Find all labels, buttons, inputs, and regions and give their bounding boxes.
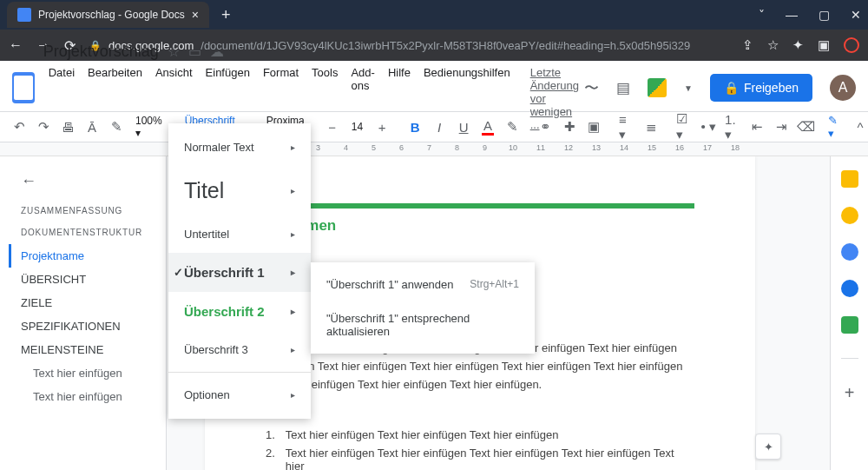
outline-panel: ← ZUSAMMENFASSUNG DOKUMENTENSTRUKTUR Pro… [0,156,167,470]
lock-share-icon: 🔒 [724,81,739,95]
apply-label: "Überschrift 1" anwenden [326,278,454,291]
outline-subitem[interactable]: Text hier einfügen [9,385,166,408]
outline-subitem[interactable]: Text hier einfügen [9,361,166,385]
style-normal-text[interactable]: Normaler Text▸ [168,129,311,166]
paint-format-button[interactable]: ✎ [106,116,127,138]
window-controls: ˅ — ▢ ✕ [759,8,861,22]
outline-item-uebersicht[interactable]: ÜBERSICHT [9,268,166,291]
font-size[interactable]: 14 [346,121,368,133]
explore-button[interactable]: ✦ [755,434,781,460]
minimize-icon[interactable]: ˅ [759,8,765,22]
docs-favicon [17,8,31,22]
activity-icon[interactable]: 〜 [584,78,599,98]
line-spacing-button[interactable]: ≣ [641,116,661,138]
comments-icon[interactable]: ▤ [616,79,630,97]
checklist-button[interactable]: ☑ ▾ [674,116,694,138]
text-color-button[interactable]: A [477,116,498,138]
contacts-icon[interactable] [841,280,858,297]
star-icon[interactable]: ☆ [168,43,180,60]
share-label: Freigeben [744,81,799,95]
extension-icon[interactable]: ✦ [792,37,804,53]
numbered-list-button[interactable]: 1. ▾ [722,116,743,138]
outline-item-projektname[interactable]: Projektname [9,244,166,268]
bold-button[interactable]: B [404,116,425,138]
decorative-line [266,203,694,209]
structure-heading: DOKUMENTENSTRUKTUR [21,228,166,237]
add-addon-button[interactable]: + [845,383,855,403]
style-heading-1[interactable]: ✓Überschrift 1▸ [168,253,311,292]
highlight-button[interactable]: ✎ [502,116,523,138]
keep-icon[interactable] [841,207,858,224]
account-avatar[interactable]: A [830,75,856,101]
style-heading-3[interactable]: Überschrift 3▸ [168,331,311,368]
zoom-select[interactable]: 100% ▾ [130,115,168,139]
style-heading-2[interactable]: Überschrift 2▸ [168,292,311,331]
underline-button[interactable]: U [453,116,474,138]
ruler[interactable]: 21 12 34 56 78 910 1112 1314 1516 1718 [0,142,868,156]
minimize-btn[interactable]: — [786,8,798,22]
style-submenu: "Überschrift 1" anwenden Strg+Alt+1 "Übe… [311,262,535,354]
summary-heading: ZUSAMMENFASSUNG [21,206,166,215]
link-button[interactable]: ⚭ [535,116,556,138]
maximize-btn[interactable]: ▢ [819,8,830,22]
bookmark-icon[interactable]: ☆ [767,37,779,53]
toolbar: ↶ ↷ 🖶 Ā ✎ 100% ▾ Überschrift 1 ▾ Proxima… [0,111,868,142]
docs-header: Projektvorschlag ☆ ▭ ☁ Datei Bearbeiten … [0,61,868,111]
ordered-list: 1.Text hier einfügen Text hier einfügen … [266,428,694,470]
bullet-list-button[interactable]: • ▾ [698,116,719,138]
tasks-icon[interactable] [841,243,858,261]
move-icon[interactable]: ▭ [188,43,201,60]
update-label: "Überschrift 1" entsprechend aktualisier… [326,312,519,338]
align-button[interactable]: ≡ ▾ [616,116,637,138]
style-subtitle[interactable]: Untertitel▸ [168,215,311,253]
calendar-icon[interactable] [841,170,858,188]
outline-back-button[interactable]: ← [9,169,166,194]
browser-titlebar: Projektvorschlag - Google Docs × + ˅ — ▢… [0,0,868,30]
outline-item-ziele[interactable]: ZIELE [9,291,166,314]
shortcut-label: Strg+Alt+1 [470,278,519,291]
redo-button[interactable]: ↷ [33,116,54,138]
image-button[interactable]: ▣ [583,116,604,138]
apply-heading-1[interactable]: "Überschrift 1" anwenden Strg+Alt+1 [311,268,535,301]
cloud-icon[interactable]: ☁ [210,43,224,60]
editing-mode-button[interactable]: ✎ ▾ [828,114,838,140]
outline-item-spezifikationen[interactable]: SPEZIFIKATIONEN [9,314,166,338]
increase-indent-button[interactable]: ⇥ [771,116,792,138]
profile-icon[interactable] [844,37,859,53]
share-button[interactable]: 🔒 Freigeben [710,74,812,102]
close-window-btn[interactable]: ✕ [851,8,861,22]
outline-item-meilensteine[interactable]: MEILENSTEINE [9,338,166,361]
check-icon: ✓ [174,266,183,279]
document-name[interactable]: Projektvorschlag [43,43,159,61]
close-tab-icon[interactable]: × [192,8,199,22]
undo-button[interactable]: ↶ [9,116,30,138]
side-panel: + [830,156,868,470]
decrease-font-button[interactable]: − [322,116,343,138]
meet-dropdown-icon[interactable]: ▼ [684,83,693,93]
back-button[interactable]: ← [9,37,23,53]
print-button[interactable]: 🖶 [57,116,78,138]
collapse-toolbar-button[interactable]: ^ [850,116,868,138]
update-heading-1[interactable]: "Überschrift 1" entsprechend aktualisier… [311,301,535,348]
tab-title: Projektvorschlag - Google Docs [38,9,185,21]
meet-icon[interactable] [648,78,667,97]
docs-logo-icon[interactable] [12,72,35,103]
style-dropdown: Normaler Text▸ Titel▸ Untertitel▸ ✓Übers… [168,123,311,419]
share-url-icon[interactable]: ⇪ [742,37,753,53]
decrease-indent-button[interactable]: ⇤ [746,116,767,138]
increase-font-button[interactable]: + [372,116,392,138]
comment-button[interactable]: ✚ [559,116,580,138]
browser-tab[interactable]: Projektvorschlag - Google Docs × [7,2,209,28]
italic-button[interactable]: I [429,116,450,138]
style-title[interactable]: Titel▸ [168,166,311,215]
company-heading: ernehmen [266,217,694,235]
new-tab-button[interactable]: + [221,6,231,24]
style-options[interactable]: Optionen▸ [168,376,311,414]
maps-icon[interactable] [841,316,858,334]
clear-format-button[interactable]: ⌫ [795,116,816,138]
window-icon[interactable]: ▣ [818,37,830,53]
spellcheck-button[interactable]: Ā [82,116,102,138]
